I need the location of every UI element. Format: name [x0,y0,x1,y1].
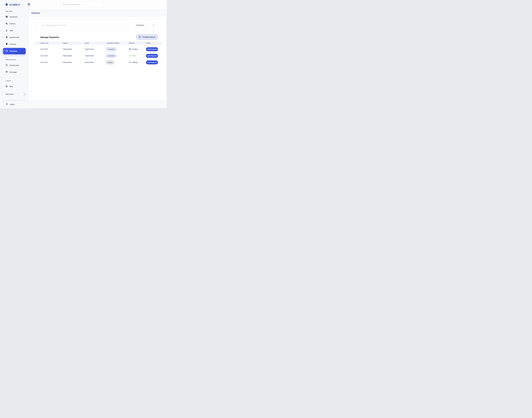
status-filter-value: All Statuses [136,24,144,26]
chevron-down-icon [153,24,154,26]
dark-mode-toggle[interactable] [19,93,26,96]
search-icon [42,24,44,26]
patients-icon [6,22,8,25]
payment-status-label: Paid [132,55,135,57]
pending-badge-label: 1 Pending Payment [142,36,155,38]
card-header: Manage Payments 1 Pending Payment [35,34,161,41]
cell-appointment-status: Completed [107,47,129,51]
manage-payments-card: Manage Payments 1 Pending Payment Date &… [35,33,162,96]
sidebar-item-medical-files[interactable]: Medical Files [0,62,29,69]
topbar [29,0,167,10]
toggle-ring [24,94,25,95]
dark-mode-label: Dark Mode [6,93,13,95]
sidebar-section-main-menu: Main Menu [6,11,29,12]
sidebar-item-staff[interactable]: Staff [0,27,29,34]
cell-appointment-status: Completed [107,54,129,58]
sidebar-item-label: Payments [10,50,17,52]
appointment-status-chip: Completed [106,54,116,58]
appointment-status-chip: Completed [106,47,116,51]
sidebar-nav-content: Blog [0,83,29,90]
search-icon [63,3,65,6]
cell-payment-status: Pending [129,48,146,50]
alert-circle-icon [139,36,141,38]
payment-status-label: Pending [132,48,138,50]
cell-doctor: Doctor Name [85,55,107,57]
table-search-input[interactable] [45,24,127,26]
cell-patient: Patient Name [63,61,85,63]
page-heading-strip: Payments [29,10,167,17]
cell-payment-status: Waiting [129,61,146,63]
cell-patient: Patient Name [63,55,85,57]
sidebar-item-dashboard[interactable]: Dashboard [0,13,29,20]
sidebar-item-label: Staff [10,30,13,31]
dark-mode-row: Dark Mode [0,92,29,97]
cell-date: 01.01.2027 [41,55,63,57]
sidebar-section-content: Content [6,80,29,82]
cell-actions: Add Payment [146,60,158,64]
dashboard-icon [6,15,8,18]
appointment-status-chip: Waiting [106,60,114,64]
appointments-icon [6,36,8,39]
column-header: Patient [63,42,85,44]
column-header: Actions [146,42,158,44]
active-item-notch [2,50,4,52]
table-search [41,23,129,27]
sidebar-collapse-button[interactable] [27,2,31,6]
card-title: Manage Payments [41,36,59,38]
pending-payment-badge: 1 Pending Payment [136,35,158,39]
cell-appointment-status: Waiting [107,60,129,64]
sidebar-nav-medical: Medical Files Messages [0,62,29,75]
cell-actions: Add Payment [146,54,158,58]
sidebar-item-payments[interactable]: Payments [3,48,26,54]
add-payment-button[interactable]: Add Payment [146,60,158,64]
app-window: CLINIKA Main Menu Dashboard [0,0,167,108]
column-header: Date & Time [41,42,63,44]
sidebar-item-label: Medical Files [10,64,19,66]
table-row: 01.01.2027Patient NameDoctor NameComplet… [35,52,161,59]
cell-actions: Add Payment [146,47,158,51]
blog-icon [6,85,8,88]
filter-card: All Statuses [35,20,162,31]
toggle-thumb [20,93,24,95]
column-header: Doctor [85,42,107,44]
sidebar-divider [3,77,26,77]
cell-payment-status: Paid [129,55,146,57]
table-row: 01.01.2027Patient NameDoctor NameComplet… [35,46,161,52]
scrollbar[interactable] [166,17,167,99]
sidebar-item-appointments[interactable]: Appointments [0,34,29,41]
add-payment-button[interactable]: Add Payment [146,54,158,58]
sidebar-item-label: Appointments [10,36,19,38]
inventory-icon [6,43,8,46]
hamburger-icon [28,3,30,4]
sidebar-item-label: Inventory [10,43,16,45]
sidebar-item-blog[interactable]: Blog [0,83,29,90]
sidebar-nav: Dashboard Patients [0,13,29,54]
document-icon [6,64,8,67]
cell-date: 01.01.2027 [41,61,63,63]
pending-icon [129,48,131,50]
cell-date: 01.01.2027 [41,48,63,50]
add-payment-button[interactable]: Add Payment [146,47,158,51]
sidebar: CLINIKA Main Menu Dashboard [0,0,29,108]
sidebar-item-label: Messages [10,71,17,73]
cell-doctor: Doctor Name [85,48,107,50]
sidebar-item-patients[interactable]: Patients [0,20,29,27]
staff-icon [6,29,8,32]
lotus-logo-icon [5,3,9,7]
column-header: Payment [129,42,146,44]
payment-status-label: Waiting [132,61,138,63]
sidebar-item-label: Blog [10,86,13,87]
table-row: 01.01.2027Patient NameDoctor NameWaiting… [35,59,161,66]
column-header: Appointment Status [107,42,129,44]
sidebar-item-label: Dashboard [10,16,17,18]
table-header-row: Date & Time Patient Doctor Appointment S… [35,41,161,45]
sidebar-item-inventory[interactable]: Inventory [0,41,29,47]
global-search-input[interactable] [66,4,101,5]
sidebar-item-label: Patients [10,23,15,24]
waiting-icon [129,61,131,63]
logout-button[interactable]: Logout [6,102,14,106]
global-search [61,2,103,7]
status-filter-dropdown[interactable]: All Statuses [134,23,156,27]
paid-icon [129,55,131,57]
sidebar-item-messages[interactable]: Messages [0,69,29,75]
